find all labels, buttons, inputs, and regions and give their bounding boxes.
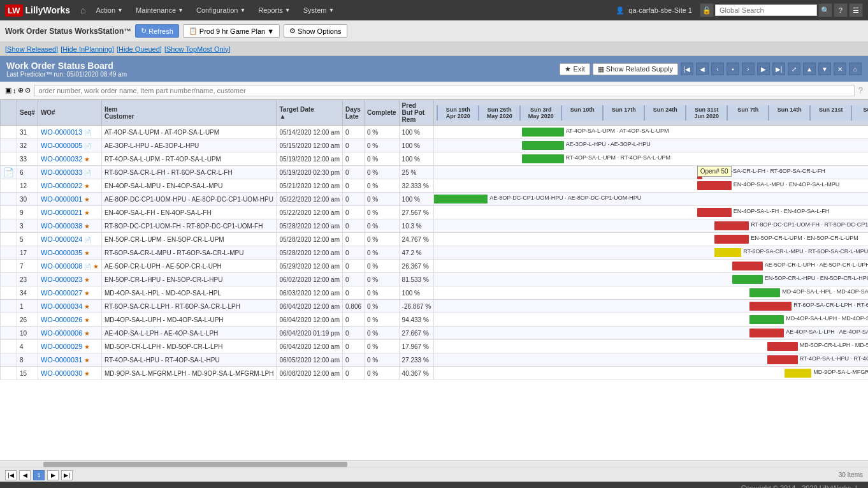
row-wo[interactable]: WO-0000029 ★ — [38, 340, 101, 353]
col-header-item[interactable]: ItemCustomer — [101, 100, 277, 126]
scrollbar-thumb[interactable] — [43, 462, 347, 467]
col-header-complete[interactable]: Complete — [365, 100, 400, 126]
page-first-button[interactable]: |◀ — [5, 470, 17, 480]
game-plan-button[interactable]: 📋 Prod 9 hr Game Plan ▼ — [183, 24, 280, 38]
search-help-icon[interactable]: ? — [858, 85, 863, 95]
wo-link[interactable]: WO-0000030 — [41, 369, 82, 377]
col-icon-2[interactable]: ↕ — [13, 87, 17, 94]
page-prev-button[interactable]: ◀ — [19, 470, 31, 480]
row-pred: 24.767 % — [399, 233, 434, 246]
col-header-seq[interactable]: Seq# — [17, 100, 38, 126]
menu-icon[interactable]: ☰ — [849, 3, 863, 17]
nav-prev-small-button[interactable]: ‹ — [711, 63, 724, 75]
col-icon-3[interactable]: ⊕ — [18, 86, 24, 94]
exit-button[interactable]: ★ Exit — [560, 63, 590, 75]
wo-link[interactable]: WO-0000029 — [41, 343, 82, 350]
row-gantt-cell: RT-6OP-SA-CR-L-MPU · RT-6OP-SA-CR-L-MPU — [434, 246, 868, 260]
wo-link[interactable]: WO-0000006 — [41, 329, 82, 337]
wo-link[interactable]: WO-0000005 — [41, 142, 82, 149]
row-wo[interactable]: WO-0000027 ★ — [38, 286, 101, 300]
row-wo[interactable]: WO-0000013 📄 — [38, 126, 101, 139]
wo-link[interactable]: WO-0000008 — [41, 262, 82, 270]
col-header-wo[interactable]: WO# — [38, 100, 101, 126]
row-wo[interactable]: WO-0000031 ★ — [38, 353, 101, 367]
col-header-pred[interactable]: PredBuf PotRem — [399, 100, 434, 126]
logo-area[interactable]: LW LillyWorks — [5, 4, 70, 17]
wo-link[interactable]: WO-0000023 — [41, 276, 82, 283]
page-last-button[interactable]: ▶| — [61, 470, 73, 480]
search-icon[interactable]: 🔍 — [818, 3, 832, 17]
show-related-supply-button[interactable]: ▦ Show Related Supply — [593, 63, 678, 75]
wo-link[interactable]: WO-0000021 — [41, 209, 82, 216]
gantt-bar — [714, 235, 749, 244]
row-wo[interactable]: WO-0000008 📄 ★ — [38, 260, 101, 273]
home-icon[interactable]: ⌂ — [80, 5, 85, 15]
wo-link[interactable]: WO-0000034 — [41, 302, 82, 310]
nav-next-small-button[interactable]: › — [742, 63, 755, 75]
row-wo[interactable]: WO-0000026 ★ — [38, 313, 101, 327]
refresh-button[interactable]: ↻ Refresh — [135, 24, 179, 38]
row-wo[interactable]: WO-0000021 ★ — [38, 206, 101, 219]
page-1-button[interactable]: 1 — [33, 470, 45, 480]
wo-link[interactable]: WO-0000031 — [41, 356, 82, 364]
nav-next-button[interactable]: ▶ — [757, 63, 770, 75]
row-wo[interactable]: WO-0000024 📄 — [38, 233, 101, 246]
row-wo[interactable]: WO-0000005 📄 — [38, 139, 101, 152]
wo-link[interactable]: WO-0000033 — [41, 168, 82, 176]
nav-prev-button[interactable]: ◀ — [696, 63, 709, 75]
nav-item-maintenance[interactable]: Maintenance ▼ — [131, 4, 189, 17]
nav-item-reports[interactable]: Reports ▼ — [253, 4, 295, 17]
wo-link[interactable]: WO-0000027 — [41, 289, 82, 297]
wo-link[interactable]: WO-0000013 — [41, 128, 82, 136]
wo-link[interactable]: WO-0000022 — [41, 182, 82, 189]
wo-link[interactable]: WO-0000032 — [41, 155, 82, 163]
col-header-target-date[interactable]: Target Date▲ — [277, 100, 343, 126]
col-icon-1[interactable]: ▣ — [5, 86, 11, 94]
unlock-icon[interactable]: 🔓 — [700, 3, 714, 17]
row-target-date: 06/02/2020 12:00 am — [277, 273, 343, 286]
col-header-days-late[interactable]: DaysLate — [343, 100, 365, 126]
nav-down-button[interactable]: ▼ — [818, 63, 831, 75]
row-flag-cell — [1, 206, 17, 219]
wo-link[interactable]: WO-0000035 — [41, 249, 82, 256]
wo-link[interactable]: WO-0000038 — [41, 222, 82, 230]
nav-contract-button[interactable]: ✕ — [834, 63, 846, 75]
nav-last-button[interactable]: ▶| — [772, 63, 785, 75]
col-icon-4[interactable]: ⊙ — [25, 86, 31, 94]
order-search-input[interactable] — [34, 85, 855, 96]
filter-hide-inplanning[interactable]: [Hide InPlanning] — [61, 45, 114, 53]
nav-up-button[interactable]: ▲ — [803, 63, 816, 75]
nav-first-button[interactable]: |◀ — [681, 63, 693, 75]
nav-item-configuration[interactable]: Configuration ▼ — [191, 4, 250, 17]
filter-hide-queued[interactable]: [Hide Queued] — [117, 45, 162, 53]
row-wo[interactable]: WO-0000022 ★ — [38, 179, 101, 193]
row-wo[interactable]: WO-0000032 ★ — [38, 152, 101, 166]
wo-link[interactable]: WO-0000026 — [41, 316, 82, 323]
nav-item-system[interactable]: System ▼ — [298, 4, 340, 17]
wo-link[interactable]: WO-0000001 — [41, 195, 82, 203]
row-wo[interactable]: WO-0000030 ★ — [38, 367, 101, 380]
row-wo[interactable]: WO-0000038 ★ — [38, 219, 101, 233]
show-options-button[interactable]: ⚙ Show Options — [284, 24, 347, 38]
row-seq: 10 — [17, 327, 38, 340]
row-complete: 0 % — [365, 166, 400, 179]
row-wo[interactable]: WO-0000035 ★ — [38, 246, 101, 260]
nav-item-action[interactable]: Action ▼ — [91, 4, 129, 17]
row-wo[interactable]: WO-0000023 ★ — [38, 273, 101, 286]
row-wo[interactable]: WO-0000006 ★ — [38, 327, 101, 340]
horizontal-scrollbar[interactable] — [0, 460, 868, 468]
row-wo[interactable]: WO-0000034 ★ — [38, 300, 101, 313]
help-icon[interactable]: ? — [834, 3, 848, 17]
filter-show-released[interactable]: [Show Released] — [5, 45, 58, 53]
global-search-input[interactable] — [715, 4, 817, 16]
row-wo[interactable]: WO-0000033 📄 — [38, 166, 101, 179]
row-flag-cell — [1, 313, 17, 327]
wo-link[interactable]: WO-0000024 — [41, 235, 82, 243]
page-next-button[interactable]: ▶ — [47, 470, 59, 480]
nav-expand-button[interactable]: ⤢ — [788, 63, 800, 75]
filter-show-topmost[interactable]: [Show TopMost Only] — [164, 45, 231, 53]
row-wo[interactable]: WO-0000001 ★ — [38, 193, 101, 206]
nav-home-button[interactable]: ⌂ — [849, 63, 862, 75]
nav-pause-button[interactable]: ▪ — [727, 63, 739, 75]
row-seq: 34 — [17, 286, 38, 300]
